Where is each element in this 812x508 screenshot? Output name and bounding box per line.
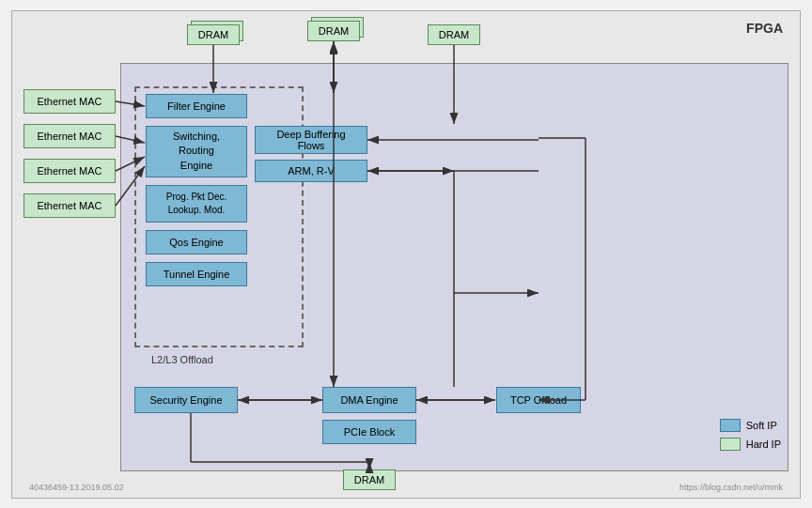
dram-label-3: DRAM — [428, 24, 480, 45]
fpga-label: FPGA — [746, 21, 783, 36]
eth-mac-4: Ethernet MAC — [23, 193, 116, 218]
qos-engine-block: Qos Engine — [146, 230, 247, 254]
pcie-block: PCIe Block — [322, 420, 416, 444]
legend: Soft IP Hard IP — [720, 419, 781, 451]
deep-buffering-block: Deep BufferingFlows — [255, 126, 367, 154]
dram-label-2: DRAM — [307, 21, 360, 41]
tcp-offload-block: TCP Offload — [496, 387, 581, 413]
soft-ip-color — [720, 419, 741, 432]
eth-mac-3: Ethernet MAC — [23, 159, 116, 183]
soft-ip-label: Soft IP — [746, 420, 777, 431]
eth-mac-2: Ethernet MAC — [23, 124, 116, 148]
dma-engine-block: DMA Engine — [322, 387, 416, 413]
legend-hard-ip: Hard IP — [720, 438, 781, 451]
security-engine-block: Security Engine — [134, 387, 238, 413]
eth-mac-1: Ethernet MAC — [23, 89, 116, 114]
fig-id: 40436459-13.2019.05.02 — [29, 483, 124, 492]
legend-soft-ip: Soft IP — [720, 419, 781, 432]
dram-bottom: DRAM — [343, 470, 396, 490]
switching-routing-block: Switching,RoutingEngine — [146, 126, 247, 177]
filter-engine-block: Filter Engine — [146, 94, 247, 118]
diagram-container: FPGA DRAM DRAM DRAM Ethernet MAC Etherne… — [11, 10, 801, 499]
l2l3-label: L2/L3 Offload — [151, 354, 213, 365]
tunnel-engine-block: Tunnel Engine — [146, 262, 247, 286]
watermark: https://blog.csdn.net/u/mmk — [679, 483, 783, 492]
hard-ip-color — [720, 438, 741, 451]
hard-ip-label: Hard IP — [746, 439, 781, 450]
dram-label-1: DRAM — [187, 24, 240, 45]
arm-rv-block: ARM, R-V — [255, 160, 367, 182]
prog-pkt-block: Prog. Pkt Dec.Lookup. Mod. — [146, 185, 247, 223]
